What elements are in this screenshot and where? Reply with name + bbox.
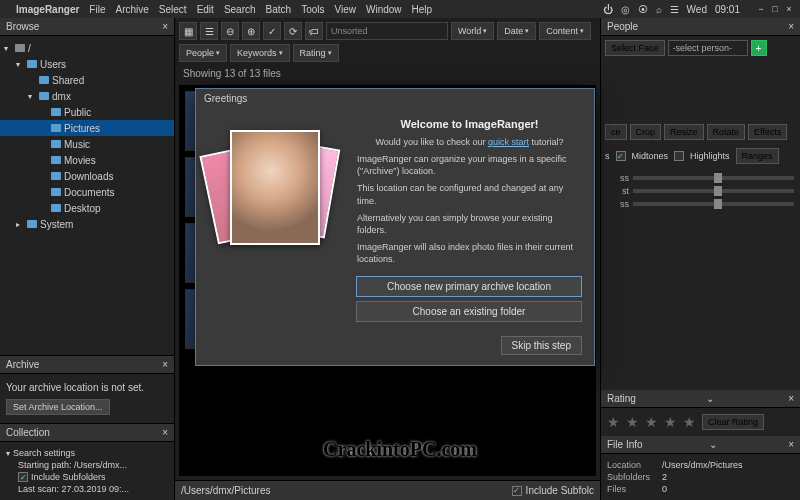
menu-batch[interactable]: Batch [266,4,292,15]
chevron-icon[interactable]: ⌄ [706,393,714,404]
menu-tools[interactable]: Tools [301,4,324,15]
menu-search[interactable]: Search [224,4,256,15]
tag-icon[interactable]: 🏷 [305,22,323,40]
include-subfolders-row[interactable]: Include Subfolders [6,472,168,482]
star-icon[interactable]: ★ [626,414,639,430]
people-close-icon[interactable]: × [788,21,794,32]
folder-icon [27,220,37,228]
choose-archive-button[interactable]: Choose new primary archive location [356,276,582,297]
folder-icon [51,172,61,180]
sort-input[interactable] [326,22,448,40]
slider[interactable] [633,202,794,206]
slider[interactable] [633,176,794,180]
menu-help[interactable]: Help [412,4,433,15]
crop-button[interactable]: Crop [630,124,662,140]
browse-header: Browse × [0,18,174,36]
zoom-in-icon[interactable]: ⊕ [242,22,260,40]
check-icon[interactable]: ✓ [263,22,281,40]
welcome-subtitle: Would you like to check our quick start … [357,136,582,148]
rotate-button[interactable]: Rotate [707,124,746,140]
filter-date[interactable]: Date [497,22,536,40]
dialog-title: Greetings [196,89,594,108]
collection-close-icon[interactable]: × [162,427,168,438]
tree-users[interactable]: ▾Users [0,56,174,72]
menu-window[interactable]: Window [366,4,402,15]
status-icon[interactable]: ◎ [621,4,630,15]
skip-button[interactable]: Skip this step [501,336,582,355]
grid-view-icon[interactable]: ▦ [179,22,197,40]
filter-keywords[interactable]: Keywords [230,44,290,62]
filter-world[interactable]: World [451,22,494,40]
tree-dmx[interactable]: ▾dmx [0,88,174,104]
tree-music[interactable]: Music [0,136,174,152]
set-archive-button[interactable]: Set Archive Location... [6,399,110,415]
star-icon[interactable]: ★ [664,414,677,430]
tree-system[interactable]: ▸System [0,216,174,232]
include-subfolders-checkbox[interactable] [512,486,522,496]
filter-people[interactable]: People [179,44,227,62]
menubar-day[interactable]: Wed [687,4,707,15]
select-person-input[interactable] [668,40,748,56]
quick-start-link[interactable]: quick start [488,137,529,147]
folder-icon [51,188,61,196]
tree-documents[interactable]: Documents [0,184,174,200]
tree-root[interactable]: ▾/ [0,40,174,56]
tree-pictures[interactable]: Pictures [0,120,174,136]
tree-public[interactable]: Public [0,104,174,120]
search-settings-row[interactable]: ▾Search settings [6,448,168,458]
zoom-out-icon[interactable]: ⊖ [221,22,239,40]
highlights-checkbox[interactable] [674,151,684,161]
welcome-p4: ImageRanger will also index photo files … [357,241,582,265]
filter-content[interactable]: Content [539,22,591,40]
menu-edit[interactable]: Edit [197,4,214,15]
add-person-button[interactable]: + [751,40,767,56]
welcome-p2: This location can be configured and chan… [357,182,582,206]
tree-downloads[interactable]: Downloads [0,168,174,184]
status-icon[interactable]: ⦿ [638,4,648,15]
minimize-icon[interactable]: − [756,4,766,14]
select-face-button[interactable]: Select Face [605,40,665,56]
tree-shared[interactable]: Shared [0,72,174,88]
midtones-checkbox[interactable] [616,151,626,161]
tree-desktop[interactable]: Desktop [0,200,174,216]
menubar-time[interactable]: 09:01 [715,4,740,15]
fileinfo-close-icon[interactable]: × [788,439,794,450]
ranges-button[interactable]: Ranges [736,148,779,164]
app-name[interactable]: ImageRanger [16,4,79,15]
menu-select[interactable]: Select [159,4,187,15]
rating-title: Rating [607,393,636,404]
fileinfo-subfolders: 2 [662,472,667,482]
folder-icon [51,156,61,164]
slider[interactable] [633,189,794,193]
control-center-icon[interactable]: ☰ [670,4,679,15]
maximize-icon[interactable]: □ [770,4,780,14]
balance-button[interactable]: ce [605,124,627,140]
refresh-icon[interactable]: ⟳ [284,22,302,40]
browse-close-icon[interactable]: × [162,21,168,32]
effects-button[interactable]: Effects [748,124,787,140]
rating-close-icon[interactable]: × [788,393,794,404]
clear-rating-button[interactable]: Clear Rating [702,414,764,430]
menu-archive[interactable]: Archive [115,4,148,15]
close-icon[interactable]: × [784,4,794,14]
star-icon[interactable]: ★ [607,414,620,430]
resize-button[interactable]: Resize [664,124,704,140]
star-icon[interactable]: ★ [645,414,658,430]
tree-movies[interactable]: Movies [0,152,174,168]
list-view-icon[interactable]: ☰ [200,22,218,40]
people-header: People × [601,18,800,36]
star-icon[interactable]: ★ [683,414,696,430]
people-title: People [607,21,638,32]
chevron-icon[interactable]: ⌄ [709,439,717,450]
archive-close-icon[interactable]: × [162,359,168,370]
folder-icon [51,108,61,116]
choose-folder-button[interactable]: Choose an existing folder [356,301,582,322]
status-icon[interactable]: ⏻ [603,4,613,15]
menu-file[interactable]: File [89,4,105,15]
search-icon[interactable]: ⌕ [656,4,662,15]
dialog-image [208,118,343,258]
filter-rating[interactable]: Rating [293,44,339,62]
archive-title: Archive [6,359,39,370]
menu-view[interactable]: View [335,4,357,15]
include-subfolders-checkbox[interactable] [18,472,28,482]
